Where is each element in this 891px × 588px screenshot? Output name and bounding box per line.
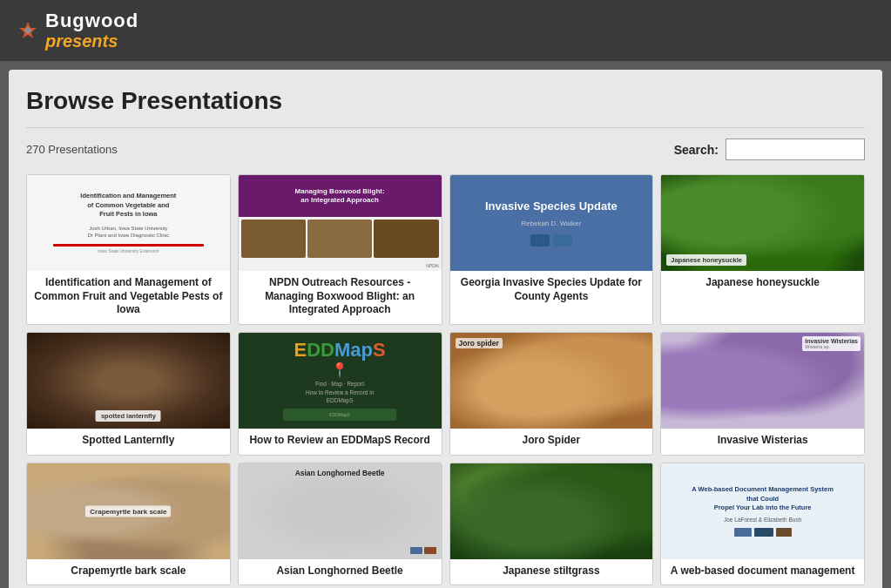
search-input[interactable] bbox=[726, 139, 865, 160]
card-thumbnail: Japanese honeysuckle bbox=[661, 175, 864, 271]
card-caption: Identification and Management of Common … bbox=[27, 271, 230, 324]
presentations-count: 270 Presentations bbox=[26, 143, 118, 156]
card-caption: A web-based document management bbox=[661, 559, 864, 585]
card-web-based[interactable]: A Web-based Document Management Systemth… bbox=[660, 463, 865, 586]
card-caption: Invasive Wisterias bbox=[661, 429, 864, 455]
browse-meta-row: 270 Presentations Search: bbox=[26, 139, 865, 160]
card-boxwood-blight[interactable]: Managing Boxwood Blight:an Integrated Ap… bbox=[238, 174, 442, 325]
card-caption: Georgia Invasive Species Update for Coun… bbox=[450, 271, 653, 310]
card-caption: How to Review an EDDMapS Record bbox=[239, 429, 442, 455]
card-caption: Crapemyrtle bark scale bbox=[27, 559, 230, 585]
card-spotted-lanternfly[interactable]: spotted lanternfly Spotted Lanternfly bbox=[26, 332, 231, 456]
card-thumbnail: spotted lanternfly bbox=[27, 333, 230, 429]
page-title: Browse Presentations bbox=[26, 87, 865, 115]
card-crapemyrtle[interactable]: Crapemyrtle bark scale Crapemyrtle bark … bbox=[26, 463, 231, 586]
svg-point-2 bbox=[25, 28, 30, 33]
logo-icon bbox=[17, 20, 38, 41]
card-thumbnail bbox=[450, 463, 653, 559]
card-thumbnail: Crapemyrtle bark scale bbox=[27, 463, 230, 559]
card-eddmaps[interactable]: EDDMapS 📍 Find · Map · ReportHow to Revi… bbox=[238, 332, 442, 456]
logo-bugwood-text: Bugwood bbox=[45, 10, 138, 31]
logo-presents-text: presents bbox=[45, 31, 138, 51]
card-joro-spider[interactable]: Joro spider Joro Spider bbox=[449, 332, 654, 456]
card-caption: Spotted Lanternfly bbox=[27, 429, 230, 455]
card-thumbnail: Identification and Managementof Common V… bbox=[27, 175, 230, 271]
divider bbox=[26, 127, 865, 128]
card-thumbnail: Invasive Species Update Rebekah D. Walke… bbox=[450, 175, 653, 271]
search-label: Search: bbox=[674, 143, 719, 157]
card-caption: Japanese honeysuckle bbox=[661, 271, 864, 297]
card-caption: Joro Spider bbox=[450, 429, 653, 455]
card-thumbnail: Managing Boxwood Blight:an Integrated Ap… bbox=[239, 175, 442, 271]
card-japanese-stiltgrass[interactable]: Japanese stiltgrass bbox=[449, 463, 654, 586]
card-georgia-invasive[interactable]: Invasive Species Update Rebekah D. Walke… bbox=[449, 174, 654, 325]
search-area: Search: bbox=[674, 139, 865, 160]
card-iowa-pests[interactable]: Identification and Managementof Common V… bbox=[26, 174, 231, 325]
card-caption: NPDN Outreach Resources - Managing Boxwo… bbox=[239, 271, 442, 324]
card-invasive-wisterias[interactable]: Invasive Wisterias Wisteria sp. Invasive… bbox=[660, 332, 865, 456]
card-thumbnail: Invasive Wisterias Wisteria sp. bbox=[661, 333, 864, 429]
card-thumbnail: A Web-based Document Management Systemth… bbox=[661, 463, 864, 559]
card-japanese-honeysuckle[interactable]: Japanese honeysuckle Japanese honeysuckl… bbox=[660, 174, 865, 325]
card-caption: Japanese stiltgrass bbox=[450, 559, 653, 585]
presentations-grid: Identification and Managementof Common V… bbox=[26, 174, 865, 585]
app-header: Bugwood presents bbox=[0, 0, 891, 61]
card-asian-longhorned[interactable]: Asian Longhorned Beetle Asian Longhorned… bbox=[238, 463, 442, 586]
card-thumbnail: Joro spider bbox=[450, 333, 653, 429]
card-caption: Asian Longhorned Beetle bbox=[239, 559, 442, 585]
main-container: Browse Presentations 270 Presentations S… bbox=[9, 70, 882, 588]
card-thumbnail: EDDMapS 📍 Find · Map · ReportHow to Revi… bbox=[239, 333, 442, 429]
card-thumbnail: Asian Longhorned Beetle bbox=[239, 463, 442, 559]
app-logo: Bugwood presents bbox=[45, 10, 138, 51]
